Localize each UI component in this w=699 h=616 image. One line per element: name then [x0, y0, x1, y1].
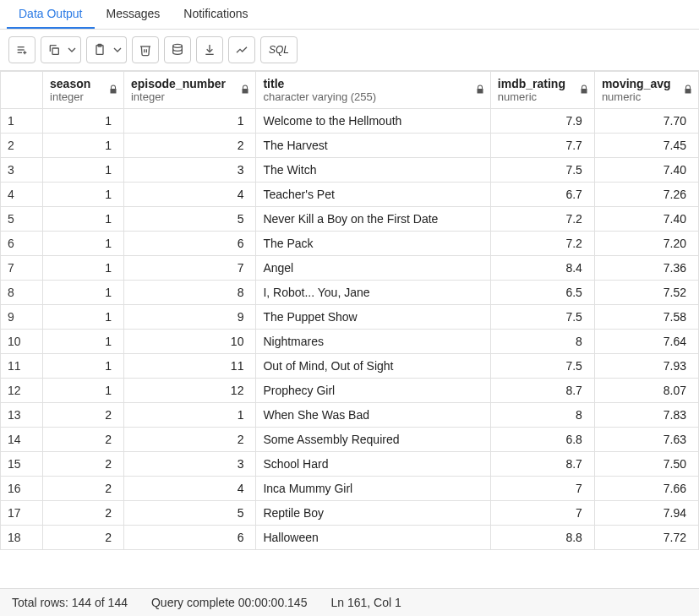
table-row[interactable]: 1826Halloween8.87.72: [1, 526, 699, 550]
cell-moving-avg[interactable]: 7.94: [594, 501, 698, 526]
cell-imdb-rating[interactable]: 7: [490, 501, 594, 526]
cell-season[interactable]: 1: [43, 354, 124, 379]
cell-episode-number[interactable]: 10: [123, 330, 255, 354]
paste-dropdown-button[interactable]: [108, 36, 127, 63]
table-row[interactable]: 515Never Kill a Boy on the First Date7.2…: [1, 207, 699, 232]
cell-season[interactable]: 2: [43, 477, 124, 501]
cell-rownum[interactable]: 5: [1, 207, 43, 232]
cell-rownum[interactable]: 17: [1, 501, 43, 526]
cell-rownum[interactable]: 6: [1, 232, 43, 256]
cell-moving-avg[interactable]: 7.26: [594, 183, 698, 207]
chart-button[interactable]: [228, 36, 255, 63]
cell-season[interactable]: 2: [43, 501, 124, 526]
cell-moving-avg[interactable]: 7.52: [594, 281, 698, 305]
table-row[interactable]: 10110Nightmares87.64: [1, 330, 699, 354]
cell-title[interactable]: Teacher's Pet: [256, 183, 490, 207]
table-row[interactable]: 1321When She Was Bad87.83: [1, 403, 699, 428]
table-row[interactable]: 818I, Robot... You, Jane6.57.52: [1, 281, 699, 305]
cell-rownum[interactable]: 7: [1, 256, 43, 281]
cell-episode-number[interactable]: 6: [123, 526, 255, 550]
cell-imdb-rating[interactable]: 7: [490, 477, 594, 501]
cell-season[interactable]: 1: [43, 207, 124, 232]
cell-episode-number[interactable]: 5: [123, 501, 255, 526]
cell-episode-number[interactable]: 3: [123, 158, 255, 183]
add-row-button[interactable]: [8, 36, 35, 63]
cell-imdb-rating[interactable]: 6.5: [490, 281, 594, 305]
cell-rownum[interactable]: 10: [1, 330, 43, 354]
cell-rownum[interactable]: 1: [1, 109, 43, 134]
cell-rownum[interactable]: 18: [1, 526, 43, 550]
cell-imdb-rating[interactable]: 8.7: [490, 379, 594, 403]
cell-season[interactable]: 2: [43, 428, 124, 452]
cell-moving-avg[interactable]: 7.63: [594, 428, 698, 452]
cell-imdb-rating[interactable]: 6.7: [490, 183, 594, 207]
cell-title[interactable]: Out of Mind, Out of Sight: [256, 354, 490, 379]
cell-imdb-rating[interactable]: 7.9: [490, 109, 594, 134]
table-row[interactable]: 212The Harvest7.77.45: [1, 134, 699, 158]
save-data-button[interactable]: [164, 36, 191, 63]
column-header-episode-number[interactable]: episode_number integer: [123, 72, 255, 109]
cell-episode-number[interactable]: 6: [123, 232, 255, 256]
cell-title[interactable]: Never Kill a Boy on the First Date: [256, 207, 490, 232]
cell-rownum[interactable]: 2: [1, 134, 43, 158]
cell-season[interactable]: 2: [43, 526, 124, 550]
cell-season[interactable]: 2: [43, 403, 124, 428]
cell-imdb-rating[interactable]: 8.4: [490, 256, 594, 281]
cell-imdb-rating[interactable]: 7.5: [490, 158, 594, 183]
cell-season[interactable]: 1: [43, 379, 124, 403]
cell-episode-number[interactable]: 3: [123, 452, 255, 477]
cell-episode-number[interactable]: 11: [123, 354, 255, 379]
cell-moving-avg[interactable]: 7.66: [594, 477, 698, 501]
download-button[interactable]: [196, 36, 223, 63]
cell-moving-avg[interactable]: 7.45: [594, 134, 698, 158]
cell-title[interactable]: I, Robot... You, Jane: [256, 281, 490, 305]
cell-rownum[interactable]: 9: [1, 305, 43, 330]
table-row[interactable]: 1624Inca Mummy Girl77.66: [1, 477, 699, 501]
tab-notifications[interactable]: Notifications: [172, 0, 259, 29]
cell-imdb-rating[interactable]: 7.5: [490, 305, 594, 330]
cell-episode-number[interactable]: 4: [123, 477, 255, 501]
column-header-title[interactable]: title character varying (255): [256, 72, 490, 109]
cell-imdb-rating[interactable]: 7.2: [490, 207, 594, 232]
cell-moving-avg[interactable]: 7.20: [594, 232, 698, 256]
tab-messages[interactable]: Messages: [95, 0, 172, 29]
cell-rownum[interactable]: 4: [1, 183, 43, 207]
table-row[interactable]: 12112Prophecy Girl8.78.07: [1, 379, 699, 403]
cell-episode-number[interactable]: 8: [123, 281, 255, 305]
cell-episode-number[interactable]: 1: [123, 109, 255, 134]
cell-moving-avg[interactable]: 7.50: [594, 452, 698, 477]
cell-season[interactable]: 1: [43, 330, 124, 354]
cell-season[interactable]: 1: [43, 232, 124, 256]
cell-moving-avg[interactable]: 7.40: [594, 158, 698, 183]
cell-rownum[interactable]: 11: [1, 354, 43, 379]
table-row[interactable]: 1422Some Assembly Required6.87.63: [1, 428, 699, 452]
copy-dropdown-button[interactable]: [63, 36, 81, 63]
cell-title[interactable]: Nightmares: [256, 330, 490, 354]
cell-title[interactable]: The Pack: [256, 232, 490, 256]
cell-season[interactable]: 2: [43, 452, 124, 477]
cell-rownum[interactable]: 15: [1, 452, 43, 477]
cell-rownum[interactable]: 16: [1, 477, 43, 501]
cell-title[interactable]: School Hard: [256, 452, 490, 477]
cell-imdb-rating[interactable]: 7.5: [490, 354, 594, 379]
cell-imdb-rating[interactable]: 8: [490, 330, 594, 354]
sql-button[interactable]: SQL: [260, 36, 298, 63]
table-row[interactable]: 11111Out of Mind, Out of Sight7.57.93: [1, 354, 699, 379]
cell-season[interactable]: 1: [43, 183, 124, 207]
cell-season[interactable]: 1: [43, 134, 124, 158]
column-header-imdb-rating[interactable]: imdb_rating numeric: [490, 72, 594, 109]
cell-title[interactable]: Reptile Boy: [256, 501, 490, 526]
cell-title[interactable]: Welcome to the Hellmouth: [256, 109, 490, 134]
cell-moving-avg[interactable]: 7.70: [594, 109, 698, 134]
cell-title[interactable]: The Puppet Show: [256, 305, 490, 330]
cell-title[interactable]: Prophecy Girl: [256, 379, 490, 403]
cell-title[interactable]: Halloween: [256, 526, 490, 550]
tab-data-output[interactable]: Data Output: [7, 0, 95, 29]
cell-rownum[interactable]: 12: [1, 379, 43, 403]
table-row[interactable]: 313The Witch7.57.40: [1, 158, 699, 183]
cell-moving-avg[interactable]: 7.36: [594, 256, 698, 281]
cell-moving-avg[interactable]: 7.40: [594, 207, 698, 232]
delete-button[interactable]: [132, 36, 159, 63]
table-row[interactable]: 111Welcome to the Hellmouth7.97.70: [1, 109, 699, 134]
cell-season[interactable]: 1: [43, 158, 124, 183]
